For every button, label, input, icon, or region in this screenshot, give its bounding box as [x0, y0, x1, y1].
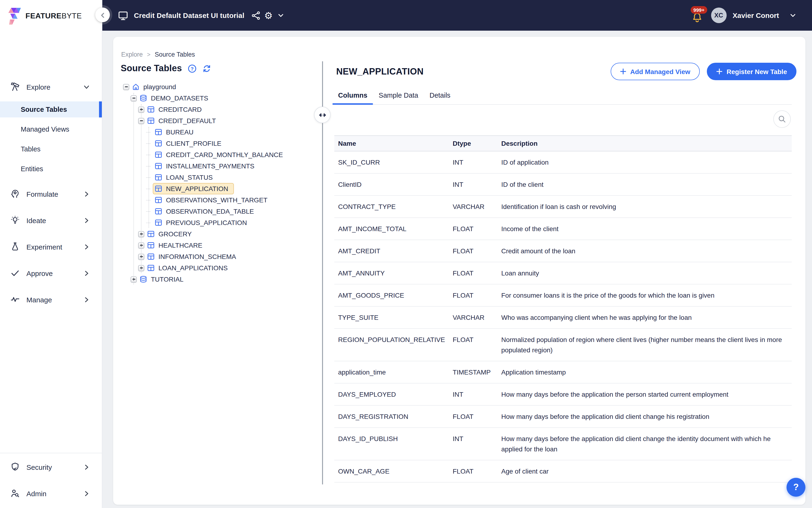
- sidebar-item-label: Explore: [27, 83, 50, 91]
- sidebar-item-ideate[interactable]: Ideate: [0, 207, 102, 234]
- tab-details[interactable]: Details: [424, 86, 456, 104]
- tree-expander-plus-icon[interactable]: [138, 265, 144, 271]
- chevron-right-icon: [84, 244, 90, 250]
- tree-node-label: DEMO_DATASETS: [150, 94, 209, 102]
- top-bar-content: Credit Default Dataset UI tutorial ⚙ 999…: [117, 0, 799, 31]
- column-description-cell: How many days before the application did…: [497, 411, 792, 422]
- tree-node-credit-card-monthly-balance[interactable]: CREDIT_CARD_MONTHLY_BALANCE: [113, 149, 320, 160]
- sidebar-item-admin[interactable]: Admin: [0, 480, 102, 507]
- sidebar-item-label: Manage: [27, 296, 52, 303]
- tree-node-grocery[interactable]: GROCERY: [113, 228, 320, 240]
- tree-node-loan-applications[interactable]: LOAN_APPLICATIONS: [113, 262, 320, 273]
- add-managed-view-button[interactable]: Add Managed View: [611, 63, 700, 80]
- user-menu-chevron-down-icon[interactable]: [786, 9, 799, 22]
- register-new-table-label: Register New Table: [727, 68, 787, 75]
- columns-table: Name Dtype Description SK_ID_CURRINTID o…: [334, 135, 792, 482]
- sidebar-footer: SecurityAdmin: [0, 453, 102, 507]
- column-row-region-population-relative[interactable]: REGION_POPULATION_RELATIVEFLOATNormalize…: [334, 329, 792, 361]
- sidebar-item-explore[interactable]: Explore: [0, 77, 102, 96]
- sidebar-item-manage[interactable]: Manage: [0, 286, 102, 313]
- column-row-sk-id-curr[interactable]: SK_ID_CURRINTID of application: [334, 152, 792, 174]
- sidebar-item-entities[interactable]: Entities: [0, 161, 102, 177]
- tree-node-client-profile[interactable]: CLIENT_PROFILE: [113, 138, 320, 149]
- sidebar-item-tables[interactable]: Tables: [0, 141, 102, 157]
- tree-expander-plus-icon[interactable]: [138, 231, 144, 237]
- breadcrumb-explore[interactable]: Explore: [121, 51, 143, 58]
- tree-expander-minus-icon[interactable]: [123, 84, 129, 90]
- column-row-contract-type[interactable]: CONTRACT_TYPEVARCHARIdentification if lo…: [334, 196, 792, 218]
- search-icon: [777, 115, 786, 124]
- column-row-clientid[interactable]: ClientIDINTID of the client: [334, 174, 792, 196]
- chevron-right-icon: [84, 464, 90, 470]
- sidebar-item-approve[interactable]: Approve: [0, 260, 102, 286]
- tree-node-credit-default[interactable]: CREDIT_DEFAULT: [113, 115, 320, 126]
- sidebar-item-security[interactable]: Security: [0, 454, 102, 480]
- sidebar-item-formulate[interactable]: Formulate: [0, 181, 102, 207]
- gear-icon[interactable]: ⚙: [262, 9, 275, 22]
- table-icon: [155, 185, 162, 193]
- flask-icon: [10, 242, 20, 252]
- help-circle-icon[interactable]: ?: [188, 64, 197, 73]
- tree-expander-minus-icon[interactable]: [138, 118, 144, 124]
- chevron-right-icon: [84, 191, 90, 197]
- register-new-table-button[interactable]: Register New Table: [707, 63, 797, 80]
- tree-node-demo-datasets[interactable]: DEMO_DATASETS: [113, 92, 320, 104]
- tree-node-creditcard[interactable]: CREDITCARD: [113, 104, 320, 115]
- chevron-right-icon: [84, 217, 90, 223]
- pane-resize-handle[interactable]: [314, 107, 330, 123]
- sidebar-item-source-tables[interactable]: Source Tables: [0, 101, 102, 118]
- tree-node-new-application[interactable]: NEW_APPLICATION: [113, 183, 320, 194]
- column-row-days-registration[interactable]: DAYS_REGISTRATIONFLOATHow many days befo…: [334, 406, 792, 428]
- table-icon: [155, 151, 162, 159]
- tree-expander-plus-icon[interactable]: [138, 242, 144, 248]
- table-icon: [147, 105, 155, 113]
- telescope-icon: [10, 82, 20, 92]
- tab-sample-data[interactable]: Sample Data: [373, 86, 424, 104]
- column-row-days-employed[interactable]: DAYS_EMPLOYEDINTHow many days before the…: [334, 383, 792, 406]
- column-row-amt-goods-price[interactable]: AMT_GOODS_PRICEFLOATFor consumer loans i…: [334, 285, 792, 307]
- tree-node-observation-eda-table[interactable]: OBSERVATION_EDA_TABLE: [113, 206, 320, 217]
- tree-node-loan-status[interactable]: LOAN_STATUS: [113, 172, 320, 183]
- notifications-button[interactable]: 999+: [689, 6, 705, 25]
- column-dtype-cell: FLOAT: [448, 268, 497, 278]
- sidebar-collapse-button[interactable]: [95, 7, 110, 22]
- tree-node-healthcare[interactable]: HEALTHCARE: [113, 240, 320, 251]
- search-button[interactable]: [773, 111, 791, 128]
- tree-node-bureau[interactable]: BUREAU: [113, 126, 320, 138]
- avatar[interactable]: XC: [711, 7, 726, 23]
- column-row-amt-income-total[interactable]: AMT_INCOME_TOTALFLOATIncome of the clien…: [334, 218, 792, 240]
- chevron-down-icon: [84, 84, 90, 90]
- tree-expander-minus-icon[interactable]: [131, 95, 137, 101]
- column-row-days-id-publish[interactable]: DAYS_ID_PUBLISHINTHow many days before t…: [334, 428, 792, 460]
- column-description-cell: Who was accompanying client when he was …: [497, 312, 792, 323]
- column-row-amt-annuity[interactable]: AMT_ANNUITYFLOATLoan annuity: [334, 262, 792, 285]
- tree-node-tutorial[interactable]: TUTORIAL: [113, 273, 320, 285]
- table-icon: [155, 174, 162, 181]
- tree-node-previous-application[interactable]: PREVIOUS_APPLICATION: [113, 217, 320, 228]
- tree-node-label: LOAN_STATUS: [165, 173, 214, 182]
- tab-columns[interactable]: Columns: [332, 86, 373, 104]
- column-dtype-cell: TIMESTAMP: [448, 367, 497, 377]
- column-row-application-time[interactable]: application_timeTIMESTAMPApplication tim…: [334, 361, 792, 383]
- tree-node-observations-with-target[interactable]: OBSERVATIONS_WITH_TARGET: [113, 194, 320, 206]
- tree-expander-plus-icon[interactable]: [131, 276, 137, 282]
- column-row-type-suite[interactable]: TYPE_SUITEVARCHARWho was accompanying cl…: [334, 307, 792, 329]
- tree-expander-plus-icon[interactable]: [138, 254, 144, 260]
- chevron-down-icon[interactable]: [275, 9, 287, 22]
- tree-expander-plus-icon[interactable]: [138, 107, 144, 113]
- sidebar-item-managed-views[interactable]: Managed Views: [0, 121, 102, 137]
- column-row-own-car-age[interactable]: OWN_CAR_AGEFLOATAge of client car: [334, 460, 792, 482]
- share-icon[interactable]: [250, 9, 262, 22]
- tree-node-installments-payments[interactable]: INSTALLMENTS_PAYMENTS: [113, 160, 320, 172]
- tree-node-information-schema[interactable]: INFORMATION_SCHEMA: [113, 251, 320, 262]
- tree-connector: [146, 143, 152, 143]
- top-bar: Credit Default Dataset UI tutorial ⚙ 999…: [0, 0, 812, 31]
- refresh-icon[interactable]: [202, 64, 211, 73]
- help-fab-button[interactable]: ?: [786, 478, 805, 497]
- tree-node-playground[interactable]: playground: [113, 81, 320, 92]
- sidebar-item-experiment[interactable]: Experiment: [0, 234, 102, 260]
- header-dtype: Dtype: [448, 140, 497, 147]
- table-icon: [155, 128, 162, 136]
- tree-node-label: GROCERY: [157, 230, 193, 238]
- column-row-amt-credit[interactable]: AMT_CREDITFLOATCredit amount of the loan: [334, 240, 792, 262]
